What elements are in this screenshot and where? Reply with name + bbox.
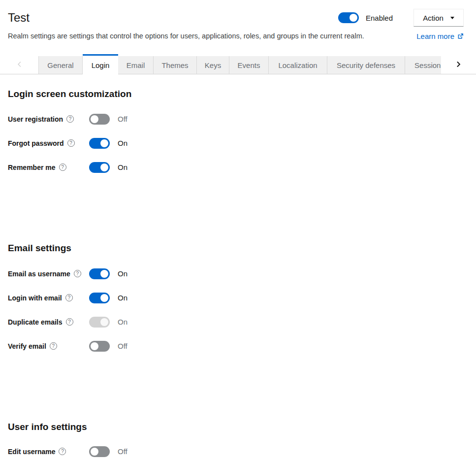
tab-login[interactable]: Login xyxy=(83,54,118,74)
help-icon[interactable]: ? xyxy=(50,342,57,350)
login-tab-content: Login screen customization User registra… xyxy=(0,89,476,461)
setting-row-verify-email: Verify email ? Off xyxy=(8,334,468,358)
learn-more-label: Learn more xyxy=(416,32,454,40)
section-user-info-settings: User info settings Edit username ? Off xyxy=(8,422,468,461)
setting-row-email-as-username: Email as username ? On xyxy=(8,262,468,286)
scroll-right-button[interactable] xyxy=(441,54,476,74)
chevron-right-icon xyxy=(455,61,462,67)
tab-email[interactable]: Email xyxy=(118,56,154,74)
help-icon[interactable]: ? xyxy=(59,448,66,455)
setting-label-group: User registration ? xyxy=(8,115,89,123)
scroll-left-button[interactable] xyxy=(0,54,38,74)
toggle-thumb xyxy=(100,294,108,302)
realm-enabled-toggle[interactable] xyxy=(338,12,359,23)
realm-enabled-toggle-group: Enabled xyxy=(338,12,393,23)
setting-label: Login with email xyxy=(8,294,62,302)
setting-label: Duplicate emails xyxy=(8,318,63,326)
duplicate-emails-toggle xyxy=(89,317,110,328)
toggle-state-label: Off xyxy=(118,447,127,456)
setting-label-group: Verify email ? xyxy=(8,342,89,350)
edit-username-toggle[interactable] xyxy=(89,446,110,457)
setting-label-group: Edit username ? xyxy=(8,448,89,456)
setting-label: Verify email xyxy=(8,342,46,350)
toggle-state-label: On xyxy=(118,139,127,147)
email-as-username-toggle[interactable] xyxy=(89,268,110,279)
setting-row-user-registration: User registration ? Off xyxy=(8,107,468,131)
learn-more-link[interactable]: Learn more xyxy=(416,32,464,40)
user-registration-toggle[interactable] xyxy=(89,114,110,125)
setting-row-remember-me: Remember me ? On xyxy=(8,155,468,179)
tab-bar: General Login Email Themes Keys Events L… xyxy=(0,54,476,74)
toggle-thumb xyxy=(100,139,108,147)
toggle-thumb xyxy=(100,164,108,171)
setting-label-group: Duplicate emails ? xyxy=(8,318,89,326)
tab-events[interactable]: Events xyxy=(229,56,269,74)
toggle-state-label: On xyxy=(118,294,127,302)
forgot-password-toggle[interactable] xyxy=(89,138,110,149)
page-title: Test xyxy=(8,12,30,24)
toggle-thumb xyxy=(91,115,98,123)
help-icon[interactable]: ? xyxy=(65,294,73,301)
external-link-icon xyxy=(457,33,464,39)
tab-keys[interactable]: Keys xyxy=(197,56,229,74)
toggle-thumb xyxy=(349,14,357,22)
login-with-email-toggle[interactable] xyxy=(89,293,110,303)
tab-security-defenses[interactable]: Security defenses xyxy=(327,56,405,74)
caret-down-icon xyxy=(450,17,454,19)
toggle-thumb xyxy=(91,342,98,350)
toggle-state-label: Off xyxy=(118,115,127,123)
setting-label: Forgot password xyxy=(8,139,64,147)
section-heading: Login screen customization xyxy=(8,89,468,99)
setting-label: Email as username xyxy=(8,270,70,278)
help-icon[interactable]: ? xyxy=(66,318,73,326)
toggle-thumb xyxy=(91,448,98,456)
page-header: Test Enabled Action Realm settings are s… xyxy=(0,0,476,41)
setting-label-group: Remember me ? xyxy=(8,164,89,171)
help-icon[interactable]: ? xyxy=(66,115,74,123)
help-icon[interactable]: ? xyxy=(67,139,75,147)
action-dropdown-button[interactable]: Action xyxy=(413,9,464,27)
setting-label: Edit username xyxy=(8,448,55,456)
toggle-state-label: On xyxy=(118,318,127,326)
tab-sessions[interactable]: Sessions xyxy=(405,56,441,74)
toggle-thumb xyxy=(100,270,108,278)
header-top: Test Enabled Action xyxy=(8,9,464,27)
help-icon[interactable]: ? xyxy=(74,270,81,277)
toggle-state-label: On xyxy=(118,269,127,278)
toggle-state-label: On xyxy=(118,163,127,171)
header-subtitle-row: Realm settings are settings that control… xyxy=(8,31,464,41)
section-heading: Email settings xyxy=(8,243,468,254)
setting-row-login-with-email: Login with email ? On xyxy=(8,286,468,310)
toggle-thumb xyxy=(100,318,108,326)
setting-row-duplicate-emails: Duplicate emails ? On xyxy=(8,310,468,334)
setting-row-edit-username: Edit username ? Off xyxy=(8,439,468,461)
help-icon[interactable]: ? xyxy=(59,164,66,171)
section-login-screen-customization: Login screen customization User registra… xyxy=(8,89,468,179)
section-email-settings: Email settings Email as username ? On Lo… xyxy=(8,243,468,358)
page-description: Realm settings are settings that control… xyxy=(8,31,364,41)
tab-themes[interactable]: Themes xyxy=(154,56,197,74)
remember-me-toggle[interactable] xyxy=(89,162,110,173)
setting-row-forgot-password: Forgot password ? On xyxy=(8,131,468,155)
setting-label: Remember me xyxy=(8,164,56,171)
setting-label: User registration xyxy=(8,115,63,123)
action-dropdown-label: Action xyxy=(423,14,444,22)
setting-label-group: Forgot password ? xyxy=(8,139,89,147)
toggle-state-label: Off xyxy=(118,342,127,350)
chevron-left-icon xyxy=(16,61,23,67)
tabs-scroll-area: General Login Email Themes Keys Events L… xyxy=(38,54,441,74)
section-heading: User info settings xyxy=(8,422,468,432)
tab-general[interactable]: General xyxy=(38,56,83,74)
verify-email-toggle[interactable] xyxy=(89,341,110,352)
setting-label-group: Email as username ? xyxy=(8,270,89,278)
header-actions: Enabled Action xyxy=(338,9,464,27)
tab-localization[interactable]: Localization xyxy=(269,56,327,74)
setting-label-group: Login with email ? xyxy=(8,294,89,302)
realm-enabled-label: Enabled xyxy=(366,14,393,22)
